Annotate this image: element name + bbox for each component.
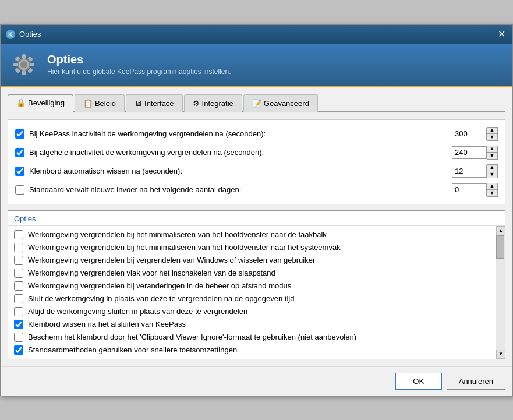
row3-spinner-buttons: ▲ ▼ [487, 164, 498, 178]
row1-up-button[interactable]: ▲ [487, 128, 497, 134]
svg-rect-4 [22, 54, 26, 59]
tab-beveiliging[interactable]: 🔒 Beveiliging [8, 94, 73, 112]
gear-icon [10, 51, 38, 79]
opt9-label: Bescherm het klembord door het 'Clipboar… [28, 333, 356, 341]
opt5-checkbox[interactable] [14, 281, 23, 291]
option-item-9: Bescherm het klembord door het 'Clipboar… [8, 331, 496, 344]
option-item-10: Standaardmethoden gebruiken voor sneller… [8, 344, 496, 357]
row3-label: Klembord automatisch wissen na (seconden… [15, 167, 447, 176]
opt10-checkbox[interactable] [14, 345, 23, 355]
option-item-2: Werkomgeving vergrendelen bij het minima… [8, 241, 496, 254]
row3-checkbox[interactable] [15, 167, 24, 176]
row2-up-button[interactable]: ▲ [487, 146, 497, 153]
row1-down-button[interactable]: ▼ [487, 134, 497, 140]
row4-down-button[interactable]: ▼ [487, 190, 497, 196]
svg-rect-5 [22, 70, 26, 75]
opt2-checkbox[interactable] [14, 243, 23, 252]
options-box-title: Opties [8, 211, 505, 226]
opt8-label: Klembord wissen na het afsluiten van Kee… [28, 320, 186, 329]
opt6-label: Sluit de werkomgeving in plaats van deze… [28, 294, 294, 303]
form-row-2: Bij algehele inactiviteit de werkomgevin… [15, 146, 498, 160]
row3-text: Klembord automatisch wissen na (seconden… [29, 167, 182, 175]
row2-label: Bij algehele inactiviteit de werkomgevin… [15, 148, 447, 157]
row3-down-button[interactable]: ▼ [487, 171, 497, 178]
opt3-label: Werkomgeving vergrendelen bij vergrendel… [28, 256, 315, 264]
close-button[interactable]: ✕ [496, 29, 508, 40]
tab-geavanceerd-label: Geavanceerd [264, 99, 309, 108]
geavanceerd-icon: 📝 [252, 99, 261, 108]
scroll-up-button[interactable]: ▲ [496, 226, 505, 235]
form-section: Bij KeePass inactiviteit de werkomgeving… [8, 119, 505, 204]
row1-label: Bij KeePass inactiviteit de werkomgeving… [15, 129, 447, 139]
row2-spinner: ▲ ▼ [452, 146, 498, 160]
option-item-7: Altijd de werkomgeving sluiten in plaats… [8, 305, 496, 318]
options-box: Opties Werkomgeving vergrendelen bij het… [8, 210, 505, 359]
options-list: Werkomgeving vergrendelen bij het minima… [8, 226, 505, 359]
option-item-3: Werkomgeving vergrendelen bij vergrendel… [8, 254, 496, 267]
row4-value[interactable] [452, 183, 487, 196]
option-item-5: Werkomgeving vergrendelen bij veranderin… [8, 280, 496, 292]
opt7-label: Altijd de werkomgeving sluiten in plaats… [28, 307, 247, 316]
row2-value[interactable] [452, 146, 487, 159]
row3-up-button[interactable]: ▲ [487, 165, 497, 171]
form-row-3: Klembord automatisch wissen na (seconden… [15, 164, 498, 178]
scrollbar[interactable]: ▲ ▼ [496, 226, 505, 359]
integratie-icon: ⚙ [193, 99, 200, 108]
row4-spinner: ▲ ▼ [452, 183, 498, 197]
row2-down-button[interactable]: ▼ [487, 153, 497, 159]
row4-text: Standaard vervalt nieuwe invoer na het v… [29, 185, 241, 194]
option-item-4: Werkomgeving vergrendelen vlak voor het … [8, 267, 496, 280]
row1-spinner-buttons: ▲ ▼ [487, 127, 498, 141]
opt4-label: Werkomgeving vergrendelen vlak voor het … [28, 269, 275, 277]
scroll-thumb[interactable] [496, 235, 504, 259]
title-bar-title: Opties [19, 30, 41, 38]
row1-checkbox[interactable] [15, 129, 24, 139]
option-item-6: Sluit de werkomgeving in plaats van deze… [8, 292, 496, 305]
row3-spinner: ▲ ▼ [452, 164, 498, 178]
row2-spinner-buttons: ▲ ▼ [487, 146, 498, 160]
header-text: Opties Hier kunt u de globale KeePass pr… [47, 53, 231, 76]
header-icon [10, 51, 38, 79]
tab-geavanceerd[interactable]: 📝 Geavanceerd [243, 94, 318, 112]
content-area: 🔒 Beveiliging 📋 Beleid 🖥 Interface ⚙ Int… [1, 87, 512, 366]
opt8-checkbox[interactable] [14, 320, 23, 329]
option-item-8: Klembord wissen na het afsluiten van Kee… [8, 318, 496, 331]
opt7-checkbox[interactable] [14, 307, 23, 316]
tab-interface-label: Interface [144, 99, 174, 108]
form-row-1: Bij KeePass inactiviteit de werkomgeving… [15, 127, 498, 141]
opt1-label: Werkomgeving vergrendelen bij het minima… [28, 230, 327, 239]
tab-beveiliging-label: Beveiliging [28, 98, 65, 107]
row4-up-button[interactable]: ▲ [487, 183, 497, 190]
scroll-track[interactable] [496, 235, 505, 350]
svg-rect-7 [30, 63, 34, 66]
opt9-checkbox[interactable] [14, 333, 23, 342]
svg-point-3 [20, 61, 27, 68]
scroll-down-button[interactable]: ▼ [496, 350, 505, 359]
row3-value[interactable] [452, 165, 487, 178]
main-window: K Opties ✕ Opties Hier kunt [0, 24, 513, 396]
opt6-checkbox[interactable] [14, 294, 23, 303]
cancel-button[interactable]: Annuleren [447, 373, 505, 390]
ok-button[interactable]: OK [395, 373, 442, 390]
tab-beleid[interactable]: 📋 Beleid [75, 94, 125, 112]
row2-text: Bij algehele inactiviteit de werkomgevin… [29, 148, 264, 157]
tab-integratie-label: Integratie [202, 99, 233, 108]
row4-checkbox[interactable] [15, 185, 24, 195]
tab-integratie[interactable]: ⚙ Integratie [184, 94, 242, 112]
opt4-checkbox[interactable] [14, 269, 23, 278]
svg-rect-6 [13, 63, 18, 66]
row1-spinner: ▲ ▼ [452, 127, 498, 141]
opt1-checkbox[interactable] [14, 230, 23, 239]
tab-interface[interactable]: 🖥 Interface [126, 94, 183, 112]
tab-bar: 🔒 Beveiliging 📋 Beleid 🖥 Interface ⚙ Int… [8, 94, 505, 112]
row1-value[interactable] [452, 128, 487, 140]
row2-checkbox[interactable] [15, 148, 24, 157]
title-bar: K Opties ✕ [1, 25, 512, 44]
header-title: Opties [47, 53, 231, 66]
header: Opties Hier kunt u de globale KeePass pr… [1, 44, 512, 87]
opt2-label: Werkomgeving vergrendelen bij het minima… [28, 243, 341, 252]
option-item-1: Werkomgeving vergrendelen bij het minima… [8, 228, 496, 241]
opt3-checkbox[interactable] [14, 256, 23, 265]
row1-text: Bij KeePass inactiviteit de werkomgeving… [29, 129, 266, 138]
tab-beleid-label: Beleid [95, 99, 116, 108]
